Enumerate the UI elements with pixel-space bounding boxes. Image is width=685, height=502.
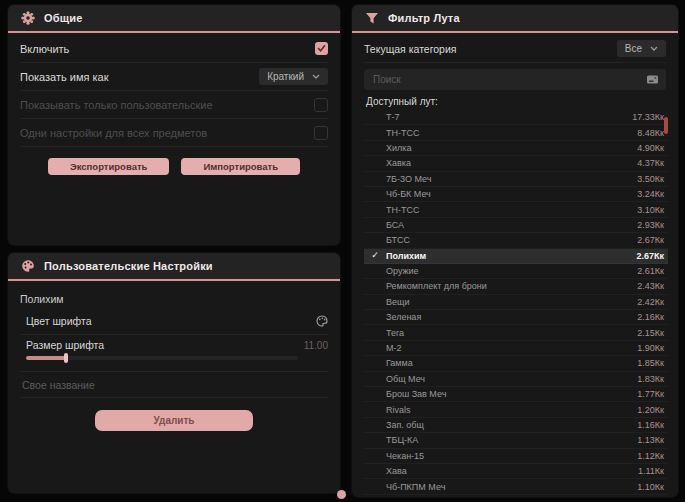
slider-fill — [26, 356, 66, 360]
custom-name-input[interactable] — [20, 372, 328, 398]
loot-filter-header: Фильтр Лута — [352, 5, 678, 33]
list-item[interactable]: ТБЦ-КА1.13Кк — [364, 433, 668, 448]
loot-item-name: БСА — [386, 220, 637, 230]
category-label: Текущая категория — [364, 43, 457, 55]
shared-settings-checkbox[interactable] — [314, 126, 328, 140]
loot-item-value: 1.77Кк — [637, 389, 664, 399]
loot-item-value: 4.37Кк — [637, 158, 664, 168]
dropdown-value: Краткий — [267, 71, 304, 82]
list-item[interactable]: Чекан-151.12Кк — [364, 449, 668, 464]
loot-item-value: 2.43Кк — [637, 281, 664, 291]
check-icon: ✓ — [364, 251, 386, 260]
general-panel-header: Общие — [8, 5, 340, 33]
list-item[interactable]: Чб-БК Меч3.24Кк — [364, 187, 668, 202]
search-settings-icon[interactable] — [646, 74, 659, 85]
list-item[interactable]: Хилка4.90Кк — [364, 141, 668, 156]
list-scrollbar[interactable] — [664, 114, 668, 494]
name-mode-dropdown[interactable]: Краткий — [259, 68, 328, 85]
loot-item-name: Брош Зав Меч — [386, 389, 637, 399]
loot-filter-panel: Фильтр Лута Текущая категория Все Доступ… — [352, 5, 678, 497]
chevron-down-icon — [650, 46, 658, 51]
selected-item-name: Полихим — [20, 293, 328, 305]
custom-settings-header: Пользовательские Настройки — [8, 253, 340, 281]
search-input[interactable] — [364, 69, 666, 90]
loot-item-value: 1.13Кк — [637, 435, 664, 445]
loot-item-name: Зеленая — [386, 312, 637, 322]
list-item[interactable]: Оружие2.61Кк — [364, 264, 668, 279]
category-row: Текущая категория Все — [364, 35, 666, 63]
list-item[interactable]: Общ Меч1.83Кк — [364, 372, 668, 387]
list-item[interactable]: Брош Зав Меч1.77Кк — [364, 387, 668, 402]
delete-button[interactable]: Удалить — [95, 410, 252, 431]
loot-item-value: 2.42Кк — [637, 297, 664, 307]
list-item[interactable]: Гамма1.85Кк — [364, 356, 668, 371]
loot-item-name: Ремкомплект для брони — [386, 281, 637, 291]
list-item[interactable]: БТСС2.67Кк — [364, 233, 668, 248]
loot-item-name: Чекан-15 — [386, 451, 637, 461]
list-item[interactable]: 7Б-3О Меч3.50Кк — [364, 172, 668, 187]
checkmark-icon — [317, 44, 326, 53]
loot-item-value: 2.93Кк — [637, 220, 664, 230]
list-item[interactable]: БСА2.93Кк — [364, 218, 668, 233]
loot-item-value: 2.67Кк — [636, 251, 664, 261]
loot-item-name: 7Б-3О Меч — [386, 174, 637, 184]
list-item[interactable]: Хавка4.37Кк — [364, 156, 668, 171]
loot-item-value: 17.33Кк — [632, 112, 664, 122]
loot-list: Т-717.33КкТН-ТСС8.48КкХилка4.90КкХавка4.… — [364, 110, 668, 496]
loot-item-name: ТН-ТСС — [386, 128, 637, 138]
import-button[interactable]: Импортировать — [181, 158, 300, 175]
list-item[interactable]: Зеленая2.16Кк — [364, 310, 668, 325]
chevron-down-icon — [312, 74, 320, 79]
loot-item-value: 1.20Кк — [637, 405, 664, 415]
list-item[interactable]: Тега2.15Кк — [364, 325, 668, 340]
font-size-slider[interactable] — [26, 356, 298, 360]
setting-label: Одни настройки для всех предметов — [20, 127, 207, 139]
loot-item-name: Хава — [386, 466, 638, 476]
list-item[interactable]: Зап. общ1.16Кк — [364, 418, 668, 433]
loot-item-name: ТБЦ-КА — [386, 435, 637, 445]
loot-item-value: 3.24Кк — [637, 189, 664, 199]
list-scroll-handle[interactable] — [664, 117, 668, 134]
export-button[interactable]: Экспортировать — [48, 158, 169, 175]
list-item[interactable]: Т-717.33Кк — [364, 110, 668, 125]
list-item[interactable]: ТН-ТСС8.48Кк — [364, 125, 668, 140]
loot-item-name: Зап. общ — [386, 420, 637, 430]
dropdown-value: Все — [625, 43, 642, 54]
setting-label: Показывать только пользовательские — [20, 99, 213, 111]
list-item[interactable]: Ремкомплект для брони2.43Кк — [364, 279, 668, 294]
list-item[interactable]: Хава1.11Кк — [364, 464, 668, 479]
loot-item-name: Rivals — [386, 405, 637, 415]
custom-settings-panel: Пользовательские Настройки Полихим Цвет … — [8, 253, 340, 493]
loot-item-name: Т-7 — [386, 112, 632, 122]
scroll-dot[interactable] — [337, 490, 346, 499]
loot-item-value: 4.90Кк — [637, 143, 664, 153]
funnel-icon — [365, 12, 379, 25]
panel-title: Фильтр Лута — [388, 12, 460, 24]
category-dropdown[interactable]: Все — [617, 40, 666, 57]
available-loot-label: Доступный лут: — [366, 96, 666, 107]
general-panel: Общие Включить Показать имя как Краткий … — [8, 5, 340, 245]
setting-label: Показать имя как — [20, 71, 109, 83]
setting-row-enable: Включить — [20, 35, 328, 63]
slider-handle[interactable] — [64, 353, 68, 363]
setting-row-shared-settings: Одни настройки для всех предметов — [20, 119, 328, 147]
loot-item-value: 1.16Кк — [637, 420, 664, 430]
font-size-row: Размер шрифта 11.00 — [20, 335, 328, 372]
list-item[interactable]: Вещи2.42Кк — [364, 295, 668, 310]
list-item[interactable]: ТН-ТСС3.10Кк — [364, 202, 668, 217]
loot-item-value: 3.50Кк — [637, 174, 664, 184]
loot-item-name: БТСС — [386, 235, 637, 245]
only-custom-checkbox[interactable] — [314, 98, 328, 112]
palette-icon[interactable] — [316, 315, 328, 327]
font-color-row[interactable]: Цвет шрифта — [20, 308, 328, 335]
panel-title: Пользовательские Настройки — [44, 260, 213, 272]
list-item[interactable]: Чб-ПКПМ Меч1.10Кк — [364, 479, 668, 494]
loot-item-name: Общ Меч — [386, 374, 637, 384]
list-item[interactable]: М-21.90Кк — [364, 341, 668, 356]
loot-item-value: 2.61Кк — [637, 266, 664, 276]
enable-checkbox[interactable] — [315, 42, 328, 55]
loot-item-name: Хавка — [386, 158, 637, 168]
list-item[interactable]: Rivals1.20Кк — [364, 402, 668, 417]
list-item[interactable]: ✓Полихим2.67Кк — [364, 249, 668, 264]
loot-item-value: 3.10Кк — [637, 205, 664, 215]
